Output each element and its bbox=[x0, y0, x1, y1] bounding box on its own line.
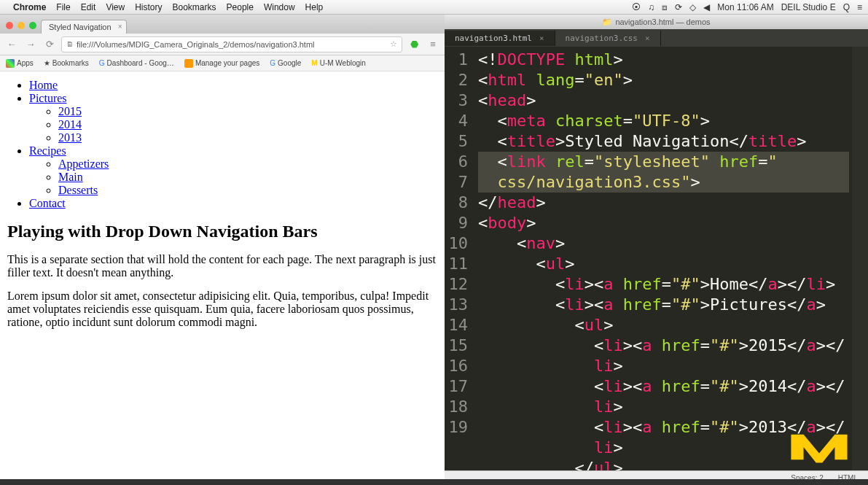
bookmarks-bar: Apps ★Bookmarks GDashboard - Goog… Manag… bbox=[0, 55, 445, 71]
menubar-item[interactable]: Edit bbox=[81, 2, 96, 12]
code-editor-window: 📁 navigation3.html — demos navigation3.h… bbox=[445, 15, 868, 485]
nav-sublink[interactable]: Main bbox=[58, 171, 83, 183]
close-tab-icon[interactable]: × bbox=[539, 34, 544, 43]
menubar-item[interactable]: Window bbox=[264, 2, 295, 12]
chrome-window: Styled Navigation × ← → ⟳ 🗎 file:///Volu… bbox=[0, 15, 445, 485]
bookmark-star-icon[interactable]: ☆ bbox=[390, 39, 397, 49]
extension-icon[interactable]: ⬣ bbox=[407, 37, 421, 52]
notification-icon[interactable]: ≡ bbox=[857, 2, 862, 12]
menubar-item[interactable]: Bookmarks bbox=[173, 2, 216, 12]
bookmark-item[interactable]: Manage your pages bbox=[184, 59, 259, 68]
page-paragraph: This is a separate section that will hol… bbox=[7, 253, 437, 279]
browser-tab[interactable]: Styled Navigation × bbox=[41, 20, 127, 34]
nav-sublink[interactable]: 2013 bbox=[58, 131, 82, 144]
speaker-icon[interactable]: ◀ bbox=[703, 2, 710, 12]
folder-icon: 📁 bbox=[602, 18, 612, 27]
nav-link-contact[interactable]: Contact bbox=[29, 197, 66, 209]
chrome-tabstrip: Styled Navigation × bbox=[0, 15, 445, 34]
bookmark-item[interactable]: MU-M Weblogin bbox=[311, 59, 366, 67]
nav-sublink[interactable]: Desserts bbox=[58, 184, 98, 196]
close-tab-icon[interactable]: × bbox=[118, 23, 122, 31]
editor-tab-active[interactable]: navigation3.html× bbox=[445, 31, 555, 46]
page-heading: Playing with Drop Down Navigation Bars bbox=[7, 222, 437, 241]
minimize-window-icon[interactable] bbox=[17, 22, 25, 29]
menubar-app[interactable]: Chrome bbox=[13, 2, 46, 12]
code-text[interactable]: <!DOCTYPE html><html lang="en"><head> <m… bbox=[474, 47, 852, 470]
editor-tab[interactable]: navigation3.css× bbox=[555, 31, 661, 46]
reload-button[interactable]: ⟳ bbox=[42, 37, 57, 52]
code-area[interactable]: 12345678910111213141516171819 <!DOCTYPE … bbox=[445, 47, 868, 470]
nav-link-recipes[interactable]: Recipes bbox=[29, 144, 66, 157]
nav-link-home[interactable]: Home bbox=[29, 79, 58, 91]
spotlight-icon[interactable]: Q bbox=[843, 2, 850, 12]
page-paragraph: Lorem ipsum dolor sit amet, consectetur … bbox=[7, 290, 437, 329]
editor-titlebar: 📁 navigation3.html — demos bbox=[445, 15, 868, 29]
menubar-item[interactable]: History bbox=[135, 2, 162, 12]
bookmark-item[interactable]: ★Bookmarks bbox=[44, 59, 89, 67]
forward-button[interactable]: → bbox=[23, 37, 38, 52]
page-content: Home Pictures 2015 2014 2013 Recipes App… bbox=[0, 71, 445, 485]
chrome-toolbar: ← → ⟳ 🗎 file:///Volumes/MDIG_Camera_Orig… bbox=[0, 34, 445, 55]
bookmark-item[interactable]: GGoogle bbox=[270, 59, 301, 67]
menubar-item[interactable]: File bbox=[56, 2, 70, 12]
nav-sublink[interactable]: 2015 bbox=[58, 105, 82, 117]
nav-sublink[interactable]: 2014 bbox=[58, 118, 82, 131]
line-gutter: 12345678910111213141516171819 bbox=[445, 47, 474, 470]
screenrec-icon[interactable]: ⦿ bbox=[632, 2, 641, 12]
zoom-window-icon[interactable] bbox=[29, 22, 36, 29]
michigan-logo bbox=[786, 425, 852, 469]
url-bar[interactable]: 🗎 file:///Volumes/MDIG_Camera_Originals_… bbox=[61, 36, 402, 53]
menubar-clock[interactable]: Mon 11:06 AM bbox=[717, 2, 773, 12]
dropbox-icon[interactable]: ⧈ bbox=[662, 2, 668, 12]
sync-icon[interactable]: ⟳ bbox=[675, 2, 682, 12]
tab-title: Styled Navigation bbox=[49, 23, 112, 31]
bottom-bar bbox=[0, 479, 868, 485]
editor-tabs: navigation3.html× navigation3.css× bbox=[445, 29, 868, 47]
nav-sublink[interactable]: Appetizers bbox=[58, 158, 109, 170]
bookmark-item[interactable]: GDashboard - Goog… bbox=[99, 59, 174, 67]
menubar-item[interactable]: People bbox=[227, 2, 254, 12]
nav-link-pictures[interactable]: Pictures bbox=[29, 92, 67, 104]
url-text: file:///Volumes/MDIG_Camera_Originals_2/… bbox=[77, 40, 314, 49]
back-button[interactable]: ← bbox=[4, 37, 19, 52]
volume-icon[interactable]: ♫ bbox=[648, 2, 654, 12]
menu-icon[interactable]: ≡ bbox=[426, 37, 440, 52]
mac-menubar: Chrome File Edit View History Bookmarks … bbox=[0, 0, 868, 15]
close-tab-icon[interactable]: × bbox=[645, 34, 650, 43]
file-icon: 🗎 bbox=[66, 40, 74, 48]
wifi-icon[interactable]: ◇ bbox=[689, 2, 696, 12]
menubar-item[interactable]: Help bbox=[305, 2, 324, 12]
menubar-item[interactable]: View bbox=[106, 2, 125, 12]
menubar-user[interactable]: DEIL Studio E bbox=[781, 2, 836, 12]
minimap[interactable] bbox=[852, 47, 868, 470]
nav-list: Home Pictures 2015 2014 2013 Recipes App… bbox=[29, 79, 437, 210]
apps-button[interactable]: Apps bbox=[6, 59, 34, 68]
close-window-icon[interactable] bbox=[6, 22, 13, 29]
